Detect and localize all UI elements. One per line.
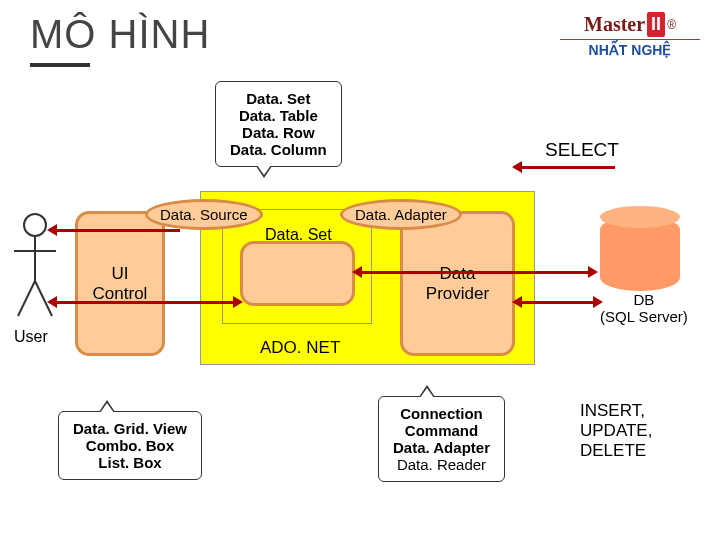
logo-registered-icon: ® bbox=[667, 18, 676, 32]
title-block: MÔ HÌNH bbox=[30, 12, 560, 67]
title-underline bbox=[30, 63, 90, 67]
label-select: SELECT bbox=[545, 139, 619, 161]
diagram-canvas: Data. Set Data. Table Data. Row Data. Co… bbox=[0, 71, 720, 521]
callout-ui-controls: Data. Grid. View Combo. Box List. Box bbox=[58, 411, 202, 480]
datasource-oval: Data. Source bbox=[145, 199, 263, 230]
callout-line: Data. Row bbox=[230, 124, 327, 141]
database-icon: DB (SQL Server) bbox=[600, 216, 688, 325]
callout-line: List. Box bbox=[73, 454, 187, 471]
logo-master-text: Master bbox=[584, 13, 645, 36]
callout-line: Command bbox=[393, 422, 490, 439]
callout-provider-classes: Connection Command Data. Adapter Data. R… bbox=[378, 396, 505, 482]
brand-logo: Master II ® NHẤT NGHỆ bbox=[560, 12, 700, 58]
data-provider-box: Data Provider bbox=[400, 211, 515, 356]
svg-point-0 bbox=[24, 214, 46, 236]
label-db: DB (SQL Server) bbox=[600, 291, 688, 325]
label-user: User bbox=[14, 328, 48, 346]
logo-ii-badge: II bbox=[647, 12, 665, 37]
callout-line: Data. Set bbox=[230, 90, 327, 107]
arrow-user-to-ui bbox=[55, 229, 180, 232]
callout-line: Data. Adapter bbox=[393, 439, 490, 456]
arrow-ui-dataset bbox=[55, 301, 235, 304]
arrow-select bbox=[520, 166, 615, 169]
callout-line: Data. Column bbox=[230, 141, 327, 158]
callout-line: Data. Reader bbox=[393, 456, 490, 473]
callout-line: Connection bbox=[393, 405, 490, 422]
arrow-provider-db-1 bbox=[360, 271, 590, 274]
callout-dataset-classes: Data. Set Data. Table Data. Row Data. Co… bbox=[215, 81, 342, 167]
dataset-inner-box bbox=[240, 241, 355, 306]
callout-line: Data. Table bbox=[230, 107, 327, 124]
svg-line-3 bbox=[18, 281, 35, 316]
label-sql-ops: INSERT, UPDATE, DELETE bbox=[580, 401, 652, 461]
label-dataset: Data. Set bbox=[265, 226, 332, 244]
logo-subtitle: NHẤT NGHỆ bbox=[560, 39, 700, 58]
arrow-provider-db-2 bbox=[520, 301, 595, 304]
callout-line: Combo. Box bbox=[73, 437, 187, 454]
callout-line: Data. Grid. View bbox=[73, 420, 187, 437]
dataadapter-oval: Data. Adapter bbox=[340, 199, 462, 230]
slide-title: MÔ HÌNH bbox=[30, 12, 560, 57]
ui-control-box: UI Control bbox=[75, 211, 165, 356]
label-adonet: ADO. NET bbox=[260, 338, 340, 358]
slide-header: MÔ HÌNH Master II ® NHẤT NGHỆ bbox=[0, 0, 720, 71]
